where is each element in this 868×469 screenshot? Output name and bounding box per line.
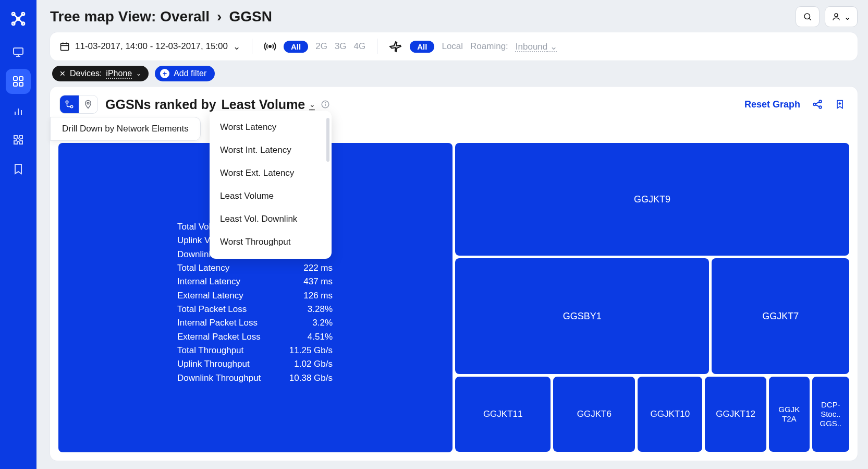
chevron-right-icon: › bbox=[217, 8, 222, 25]
menu-item[interactable]: Worst Throughput bbox=[210, 231, 332, 254]
active-filters-row: ✕ Devices: iPhone ⌄ + Add filter bbox=[50, 66, 858, 81]
nav-dashboard[interactable] bbox=[6, 69, 31, 94]
svg-point-19 bbox=[804, 14, 810, 19]
main-content: Tree map View: Overall › GGSN ⌄ 11-03-20… bbox=[36, 0, 868, 469]
sidebar bbox=[0, 0, 36, 469]
chevron-down-icon[interactable]: ⌄ bbox=[136, 70, 141, 77]
add-filter-button[interactable]: + Add filter bbox=[155, 66, 215, 81]
svg-rect-14 bbox=[14, 82, 17, 86]
nav-bookmarks[interactable] bbox=[6, 157, 31, 182]
svg-line-36 bbox=[815, 102, 819, 104]
svg-rect-9 bbox=[14, 48, 23, 54]
view-map-toggle[interactable] bbox=[79, 95, 97, 113]
rank-metric-dropdown[interactable]: Least Volume ⌄ bbox=[222, 97, 316, 112]
date-range-picker[interactable]: 11-03-2017, 14:00 - 12-03-2017, 15:00 ⌄ bbox=[59, 41, 240, 52]
plus-icon: + bbox=[160, 69, 169, 78]
info-icon[interactable] bbox=[321, 100, 330, 109]
treemap-tile[interactable]: GGJKT9 bbox=[455, 143, 849, 256]
treemap-tile[interactable]: GGJKT11 bbox=[455, 377, 551, 452]
signal-icon bbox=[264, 40, 276, 53]
plane-icon bbox=[389, 40, 402, 53]
view-toggle bbox=[59, 95, 98, 114]
svg-rect-13 bbox=[19, 77, 23, 80]
svg-point-28 bbox=[70, 105, 73, 108]
network-all-pill[interactable]: All bbox=[284, 41, 308, 53]
app-logo bbox=[9, 9, 28, 28]
chevron-down-icon: ⌄ bbox=[844, 12, 851, 22]
svg-line-7 bbox=[14, 19, 18, 23]
network-4g[interactable]: 4G bbox=[354, 41, 366, 52]
treemap: Total Volu Uplink Vol Downlink Total Lat… bbox=[58, 143, 849, 452]
treemap-tile[interactable]: GGJKT12 bbox=[705, 377, 766, 452]
svg-point-26 bbox=[269, 45, 271, 47]
svg-line-5 bbox=[14, 14, 18, 19]
svg-point-27 bbox=[66, 101, 68, 103]
drill-down-tooltip[interactable]: Drill Down by Network Elements bbox=[50, 117, 201, 141]
svg-point-29 bbox=[87, 102, 89, 104]
svg-point-21 bbox=[835, 14, 838, 17]
menu-item[interactable]: Worst Int. Latency bbox=[210, 139, 332, 162]
share-icon[interactable] bbox=[812, 99, 823, 110]
close-icon[interactable]: ✕ bbox=[59, 69, 66, 78]
nav-monitor[interactable] bbox=[6, 40, 31, 65]
roaming-all-pill[interactable]: All bbox=[410, 41, 434, 53]
nav-puzzle[interactable] bbox=[6, 127, 31, 152]
filter-bar: 11-03-2017, 14:00 - 12-03-2017, 15:00 ⌄ … bbox=[50, 32, 858, 61]
device-filter-chip[interactable]: ✕ Devices: iPhone ⌄ bbox=[52, 66, 149, 81]
network-filter: All 2G 3G 4G bbox=[264, 40, 365, 53]
chevron-down-icon: ⌄ bbox=[309, 100, 315, 109]
treemap-card: GGSNs ranked by Least Volume ⌄ Reset Gra… bbox=[50, 87, 858, 461]
svg-line-20 bbox=[809, 18, 811, 20]
svg-line-8 bbox=[18, 19, 23, 23]
user-menu-button[interactable]: ⌄ bbox=[825, 6, 858, 27]
rank-metric-menu: Worst Latency Worst Int. Latency Worst E… bbox=[210, 111, 332, 259]
view-tree-toggle[interactable] bbox=[60, 95, 79, 113]
svg-rect-22 bbox=[61, 43, 69, 50]
treemap-tile[interactable]: GGJKT10 bbox=[638, 377, 702, 452]
bookmark-icon[interactable] bbox=[835, 99, 845, 110]
breadcrumb-current: GGSN bbox=[229, 8, 272, 25]
roaming-local[interactable]: Local bbox=[442, 41, 463, 52]
menu-item[interactable]: Worst Latency bbox=[210, 116, 332, 139]
treemap-tile[interactable]: DCP-Stoc.. GGS.. bbox=[812, 377, 849, 452]
search-button[interactable] bbox=[796, 6, 820, 27]
treemap-tile[interactable]: GGJKT6 bbox=[553, 377, 635, 452]
network-2g[interactable]: 2G bbox=[315, 41, 327, 52]
reset-graph-link[interactable]: Reset Graph bbox=[744, 99, 800, 110]
date-range-text: 11-03-2017, 14:00 - 12-03-2017, 15:00 bbox=[75, 41, 228, 52]
breadcrumb-root[interactable]: Tree map View: Overall bbox=[50, 8, 210, 25]
roaming-filter: All Local Roaming: Inbound ⌄ bbox=[389, 40, 557, 53]
roaming-label: Roaming: bbox=[470, 41, 508, 52]
roaming-value-dropdown[interactable]: Inbound ⌄ bbox=[516, 41, 557, 52]
menu-item[interactable]: Least Vol. Downlink bbox=[210, 208, 332, 231]
svg-rect-15 bbox=[19, 82, 23, 86]
treemap-tile[interactable]: GGJKT7 bbox=[712, 258, 849, 374]
svg-rect-12 bbox=[14, 77, 17, 80]
chevron-down-icon: ⌄ bbox=[233, 41, 240, 52]
page-header: Tree map View: Overall › GGSN ⌄ bbox=[50, 6, 858, 27]
menu-item[interactable]: Least Volume bbox=[210, 185, 332, 208]
network-3g[interactable]: 3G bbox=[335, 41, 347, 52]
svg-point-32 bbox=[325, 103, 326, 103]
nav-analytics[interactable] bbox=[6, 98, 31, 123]
svg-line-6 bbox=[18, 14, 23, 19]
breadcrumb: Tree map View: Overall › GGSN bbox=[50, 8, 272, 25]
treemap-tile[interactable]: GGJK T2A bbox=[769, 377, 810, 452]
svg-line-37 bbox=[815, 105, 819, 107]
menu-item[interactable]: Worst Ext. Latency bbox=[210, 162, 332, 185]
rank-title-prefix: GGSNs ranked by bbox=[105, 97, 216, 112]
treemap-tile[interactable]: GGSBY1 bbox=[455, 258, 709, 374]
